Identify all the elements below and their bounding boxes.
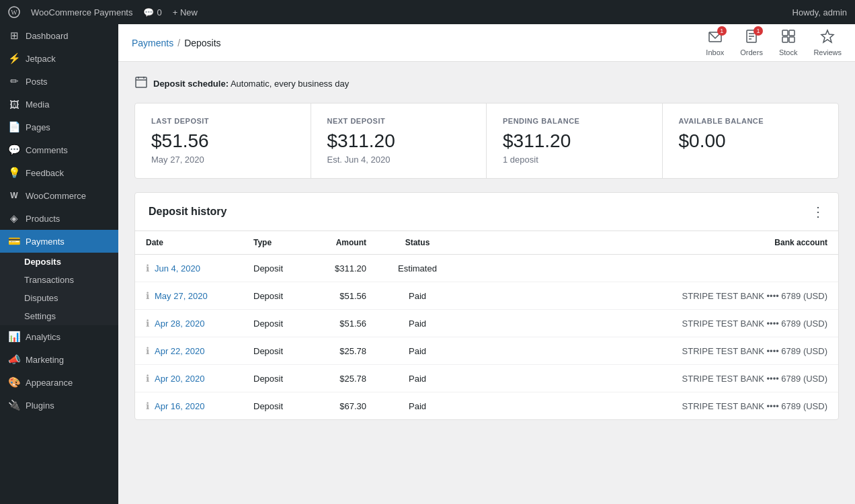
sidebar-label-feedback: Feedback	[26, 168, 64, 178]
submenu-disputes[interactable]: Disputes	[0, 289, 118, 307]
stock-icon	[781, 29, 796, 47]
stat-last-deposit-value: $51.56	[151, 130, 294, 152]
top-nav: Payments / Deposits 1 Inbox 1	[118, 24, 855, 62]
nav-orders[interactable]: 1 Orders	[740, 29, 763, 56]
history-menu-button[interactable]: ⋮	[811, 204, 825, 220]
cell-bank: STRIPE TEST BANK •••• 6789 (USD)	[458, 337, 838, 365]
cell-bank: STRIPE TEST BANK •••• 6789 (USD)	[458, 365, 838, 392]
sidebar-label-woocommerce: WooCommerce	[26, 191, 86, 201]
table-row: ℹ Apr 28, 2020 Deposit $51.56 Paid STRIP…	[135, 310, 838, 337]
posts-icon: ✏	[8, 75, 20, 87]
cell-type: Deposit	[243, 282, 310, 310]
cell-amount: $311.20	[310, 255, 377, 282]
svg-rect-12	[136, 77, 147, 87]
nav-inbox[interactable]: 1 Inbox	[706, 29, 724, 56]
cell-amount: $25.78	[310, 337, 377, 365]
sidebar-item-jetpack[interactable]: ⚡ Jetpack	[0, 47, 118, 70]
date-link[interactable]: Jun 4, 2020	[155, 263, 200, 274]
cell-type: Deposit	[243, 365, 310, 392]
sidebar-item-posts[interactable]: ✏ Posts	[0, 70, 118, 93]
woocommerce-icon: W	[8, 190, 20, 202]
products-icon: ◈	[8, 212, 20, 224]
col-header-type: Type	[243, 231, 310, 255]
info-icon[interactable]: ℹ	[146, 263, 149, 274]
svg-text:W: W	[11, 9, 17, 16]
orders-label: Orders	[740, 48, 763, 56]
table-row: ℹ Jun 4, 2020 Deposit $311.20 Estimated	[135, 255, 838, 282]
appearance-icon: 🎨	[8, 376, 20, 388]
cell-date: ℹ Jun 4, 2020	[135, 255, 243, 282]
sidebar-label-analytics: Analytics	[26, 332, 60, 342]
sidebar-label-marketing: Marketing	[26, 355, 64, 365]
sidebar-item-media[interactable]: 🖼 Media	[0, 93, 118, 116]
cell-bank: STRIPE TEST BANK •••• 6789 (USD)	[458, 392, 838, 420]
breadcrumb-separator: /	[177, 38, 180, 48]
date-link[interactable]: Apr 16, 2020	[155, 401, 204, 411]
analytics-icon: 📊	[8, 331, 20, 343]
cell-date: ℹ Apr 20, 2020	[135, 365, 243, 392]
cell-date: ℹ Apr 22, 2020	[135, 337, 243, 365]
breadcrumb-current: Deposits	[184, 38, 220, 48]
info-icon[interactable]: ℹ	[146, 401, 149, 411]
sidebar-item-appearance[interactable]: 🎨 Appearance	[0, 371, 118, 394]
stat-next-deposit: NEXT DEPOSIT $311.20 Est. Jun 4, 2020	[311, 103, 487, 178]
svg-rect-8	[789, 30, 795, 36]
inbox-icon: 1	[708, 29, 723, 47]
svg-rect-7	[782, 30, 788, 36]
info-icon[interactable]: ℹ	[146, 318, 149, 329]
nav-reviews[interactable]: Reviews	[813, 29, 842, 56]
date-link[interactable]: Apr 28, 2020	[155, 319, 204, 329]
sidebar-item-products[interactable]: ◈ Products	[0, 207, 118, 230]
inbox-badge: 1	[717, 26, 727, 36]
svg-rect-10	[789, 37, 795, 42]
comments-icon: 💬	[143, 7, 154, 17]
sidebar-item-marketing[interactable]: 📣 Marketing	[0, 348, 118, 371]
main-content: Payments / Deposits 1 Inbox 1	[118, 24, 855, 504]
stat-pending-balance-sub: 1 deposit	[503, 155, 646, 165]
app-layout: ⊞ Dashboard ⚡ Jetpack ✏ Posts 🖼 Media 📄 …	[0, 24, 855, 504]
cell-type: Deposit	[243, 337, 310, 365]
sidebar-item-pages[interactable]: 📄 Pages	[0, 116, 118, 138]
date-link[interactable]: Apr 20, 2020	[155, 374, 204, 384]
sidebar-item-dashboard[interactable]: ⊞ Dashboard	[0, 24, 118, 47]
sidebar-item-feedback[interactable]: 💡 Feedback	[0, 161, 118, 184]
cell-type: Deposit	[243, 255, 310, 282]
date-link[interactable]: Apr 22, 2020	[155, 346, 204, 356]
nav-stock[interactable]: Stock	[779, 29, 798, 56]
stat-last-deposit-label: LAST DEPOSIT	[151, 117, 294, 125]
info-icon[interactable]: ℹ	[146, 373, 149, 384]
comments-nav-icon: 💬	[8, 144, 20, 156]
cell-date: ℹ May 27, 2020	[135, 282, 243, 310]
cell-type: Deposit	[243, 310, 310, 337]
info-icon[interactable]: ℹ	[146, 290, 149, 301]
cell-status: Paid	[377, 310, 458, 337]
deposit-history-card: Deposit history ⋮ Date Type Amount Statu…	[134, 192, 839, 420]
sidebar-label-posts: Posts	[26, 77, 48, 87]
stat-next-deposit-label: NEXT DEPOSIT	[327, 117, 471, 125]
site-name[interactable]: WooCommerce Payments	[31, 7, 132, 17]
col-header-bank: Bank account	[458, 231, 838, 255]
submenu-settings[interactable]: Settings	[0, 307, 118, 325]
sidebar-item-analytics[interactable]: 📊 Analytics	[0, 325, 118, 348]
submenu-transactions[interactable]: Transactions	[0, 271, 118, 289]
sidebar-item-woocommerce[interactable]: W WooCommerce	[0, 184, 118, 207]
submenu-deposits[interactable]: Deposits	[0, 253, 118, 271]
sidebar-item-payments[interactable]: 💳 Payments	[0, 230, 118, 253]
date-link[interactable]: May 27, 2020	[155, 291, 208, 301]
deposits-table: Date Type Amount Status Bank account ℹ J…	[135, 231, 838, 419]
cell-amount: $51.56	[310, 310, 377, 337]
breadcrumb-payments-link[interactable]: Payments	[132, 38, 173, 48]
sidebar-item-plugins[interactable]: 🔌 Plugins	[0, 394, 118, 417]
sidebar-item-comments[interactable]: 💬 Comments	[0, 138, 118, 161]
stat-last-deposit-sub: May 27, 2020	[151, 155, 294, 165]
stat-pending-balance-value: $311.20	[503, 130, 646, 152]
stat-pending-balance-label: PENDING BALANCE	[503, 117, 646, 125]
new-link[interactable]: + New	[173, 7, 198, 17]
stat-next-deposit-value: $311.20	[327, 130, 471, 152]
cell-bank: STRIPE TEST BANK •••• 6789 (USD)	[458, 282, 838, 310]
wp-logo: W	[8, 6, 20, 18]
sidebar-label-comments: Comments	[26, 145, 68, 155]
comments-link[interactable]: 💬 0	[143, 7, 161, 17]
info-icon[interactable]: ℹ	[146, 345, 149, 356]
sidebar-label-plugins: Plugins	[26, 401, 54, 411]
